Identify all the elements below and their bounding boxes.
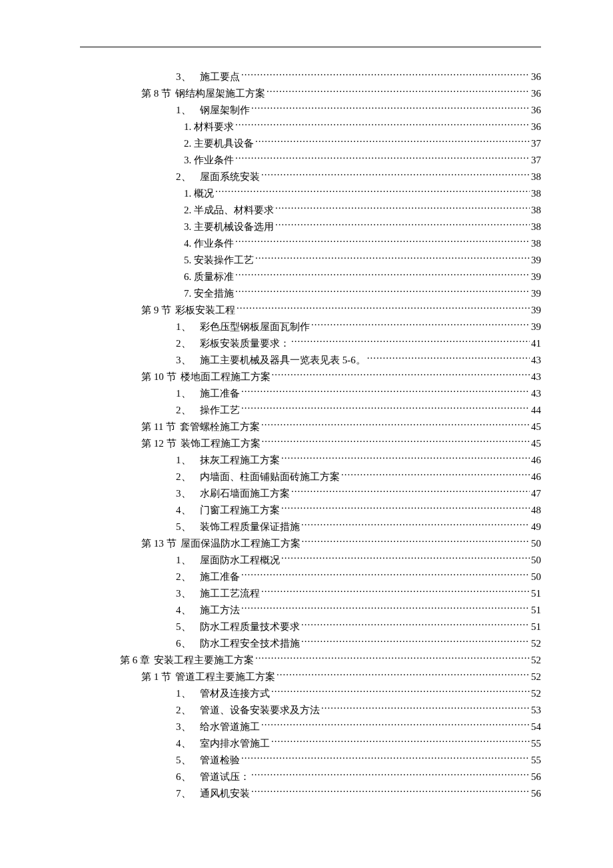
toc-entry-title: 抹灰工程施工方案 — [200, 452, 280, 469]
toc-entry-page: 51 — [531, 602, 541, 619]
toc-leader-dots — [235, 120, 530, 130]
toc-entry[interactable]: 第 12 节装饰工程施工方案45 — [80, 435, 541, 452]
toc-entry-title: 彩板安装工程 — [175, 302, 235, 319]
toc-entry[interactable]: 2. 半成品、材料要求38 — [80, 202, 541, 219]
toc-entry[interactable]: 1、彩色压型钢板屋面瓦制作39 — [80, 319, 541, 335]
toc-entry-title: 施工方法 — [200, 602, 240, 619]
toc-entry-page: 56 — [531, 785, 541, 802]
toc-leader-dots — [251, 787, 530, 797]
toc-entry[interactable]: 3、给水管道施工54 — [80, 719, 541, 735]
toc-entry[interactable]: 1、钢屋架制作36 — [80, 102, 541, 119]
toc-entry-prefix: 2、 — [176, 335, 196, 352]
toc-entry[interactable]: 1. 概况38 — [80, 185, 541, 202]
toc-entry[interactable]: 2. 主要机具设备37 — [80, 135, 541, 152]
toc-entry-page: 52 — [531, 652, 541, 669]
toc-entry[interactable]: 第 11 节套管螺栓施工方案45 — [80, 419, 541, 435]
toc-leader-dots — [291, 487, 530, 497]
toc-entry-page: 37 — [531, 135, 541, 152]
toc-leader-dots — [235, 237, 530, 247]
toc-entry[interactable]: 3. 主要机械设备选用38 — [80, 219, 541, 235]
toc-entry-page: 52 — [531, 635, 541, 652]
toc-entry[interactable]: 2、屋面系统安装38 — [80, 169, 541, 185]
toc-entry[interactable]: 第 8 节钢结构屋架施工方案36 — [80, 85, 541, 102]
toc-entry[interactable]: 3、施工要点36 — [80, 69, 541, 85]
toc-entry-prefix: 第 10 节 — [141, 369, 177, 385]
toc-entry-prefix: 1、 — [176, 102, 196, 119]
toc-entry[interactable]: 4、门窗工程施工方案48 — [80, 502, 541, 519]
toc-leader-dots — [261, 720, 530, 730]
toc-entry-page: 43 — [531, 352, 541, 369]
toc-entry-page: 53 — [531, 702, 541, 719]
toc-entry-prefix: 第 6 章 — [120, 652, 150, 669]
toc-entry[interactable]: 3. 作业条件37 — [80, 152, 541, 169]
toc-entry-title: 给水管道施工 — [200, 719, 260, 735]
toc-entry[interactable]: 3、施工主要机械及器具一览表见表 5-6。43 — [80, 352, 541, 369]
toc-entry[interactable]: 3、水刷石墙面施工方案47 — [80, 485, 541, 502]
toc-entry-prefix: 5、 — [176, 519, 196, 535]
toc-entry-page: 43 — [531, 369, 541, 385]
toc-entry[interactable]: 6、管道试压：56 — [80, 769, 541, 785]
toc-entry-page: 38 — [531, 185, 541, 202]
toc-leader-dots — [281, 503, 530, 513]
toc-entry-prefix: 3、 — [176, 485, 196, 502]
toc-entry[interactable]: 4、室内排水管施工55 — [80, 735, 541, 752]
toc-entry-prefix: 第 13 节 — [141, 535, 177, 552]
toc-entry[interactable]: 3、施工工艺流程51 — [80, 585, 541, 602]
toc-entry-page: 38 — [531, 202, 541, 219]
toc-entry-title: 安装工程主要施工方案 — [154, 652, 254, 669]
toc-entry-title: 2. 半成品、材料要求 — [184, 202, 274, 219]
toc-entry[interactable]: 4. 作业条件38 — [80, 235, 541, 252]
toc-entry[interactable]: 2、操作工艺44 — [80, 402, 541, 419]
toc-entry[interactable]: 1. 材料要求36 — [80, 119, 541, 135]
toc-leader-dots — [215, 187, 530, 197]
toc-entry[interactable]: 6、防水工程安全技术措施52 — [80, 635, 541, 652]
toc-entry-page: 37 — [531, 152, 541, 169]
toc-entry-page: 36 — [531, 69, 541, 85]
toc-entry[interactable]: 2、管道、设备安装要求及方法53 — [80, 702, 541, 719]
toc-leader-dots — [311, 320, 530, 330]
toc-entry[interactable]: 7、通风机安装56 — [80, 785, 541, 802]
toc-entry[interactable]: 5. 安装操作工艺39 — [80, 252, 541, 269]
toc-entry[interactable]: 4、施工方法51 — [80, 602, 541, 619]
toc-entry-prefix: 4、 — [176, 502, 196, 519]
toc-entry[interactable]: 第 9 节彩板安装工程39 — [80, 302, 541, 319]
toc-entry[interactable]: 1、管材及连接方式52 — [80, 685, 541, 702]
toc-entry[interactable]: 5、防水工程质量技术要求51 — [80, 619, 541, 635]
toc-entry[interactable]: 第 10 节楼地面工程施工方案43 — [80, 369, 541, 385]
toc-entry-title: 3. 作业条件 — [184, 152, 234, 169]
toc-entry[interactable]: 2、施工准备50 — [80, 569, 541, 585]
toc-entry[interactable]: 7. 安全措施39 — [80, 285, 541, 302]
toc-leader-dots — [235, 153, 530, 163]
toc-entry[interactable]: 第 13 节屋面保温防水工程施工方案50 — [80, 535, 541, 552]
toc-entry[interactable]: 6. 质量标准39 — [80, 269, 541, 285]
toc-leader-dots — [275, 203, 530, 213]
toc-entry-page: 52 — [531, 669, 541, 685]
toc-entry[interactable]: 第 1 节管道工程主要施工方案52 — [80, 669, 541, 685]
toc-entry-title: 施工要点 — [200, 69, 240, 85]
toc-entry-title: 钢屋架制作 — [200, 102, 250, 119]
toc-entry-prefix: 1、 — [176, 552, 196, 569]
toc-entry-prefix: 2、 — [176, 169, 196, 185]
toc-entry-page: 39 — [531, 319, 541, 335]
toc-entry[interactable]: 1、抹灰工程施工方案46 — [80, 452, 541, 469]
toc-entry[interactable]: 5、管道检验55 — [80, 752, 541, 769]
toc-entry-page: 39 — [531, 252, 541, 269]
toc-entry-prefix: 1、 — [176, 685, 196, 702]
toc-leader-dots — [321, 703, 530, 713]
toc-entry[interactable]: 1、施工准备43 — [80, 385, 541, 402]
toc-entry-title: 通风机安装 — [200, 785, 250, 802]
toc-entry-page: 50 — [531, 569, 541, 585]
toc-entry[interactable]: 2、彩板安装质量要求：41 — [80, 335, 541, 352]
toc-entry-page: 46 — [531, 452, 541, 469]
toc-leader-dots — [235, 287, 530, 297]
toc-entry[interactable]: 5、装饰工程质量保证措施49 — [80, 519, 541, 535]
toc-entry-prefix: 第 11 节 — [141, 419, 176, 435]
toc-entry-prefix: 4、 — [176, 602, 196, 619]
toc-entry[interactable]: 1、屋面防水工程概况50 — [80, 552, 541, 569]
toc-entry[interactable]: 2、内墙面、柱面铺贴面砖施工方案46 — [80, 469, 541, 485]
toc-entry-prefix: 第 1 节 — [141, 669, 171, 685]
toc-entry-title: 屋面防水工程概况 — [200, 552, 280, 569]
toc-entry-title: 1. 材料要求 — [184, 119, 234, 135]
toc-entry[interactable]: 第 6 章安装工程主要施工方案52 — [80, 652, 541, 669]
toc-entry-title: 装饰工程施工方案 — [181, 435, 261, 452]
